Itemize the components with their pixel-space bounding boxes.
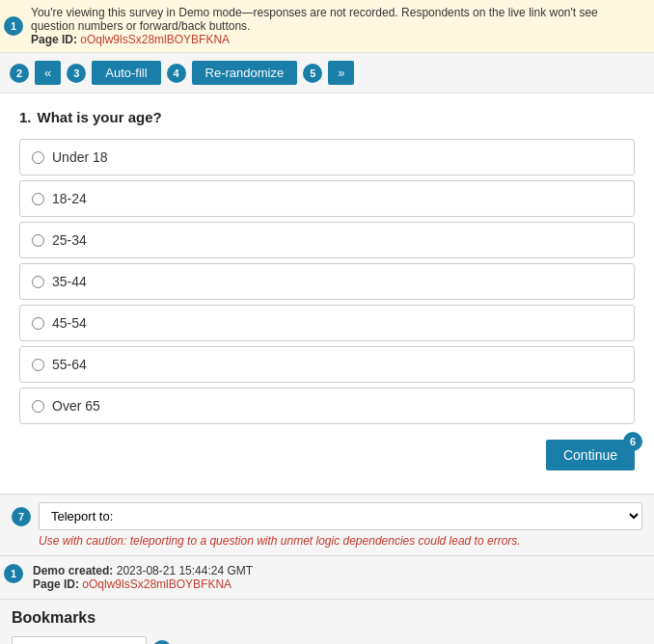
- page-id-value-top: oOqlw9lsSx28mlBOYBFKNA: [80, 33, 230, 46]
- rerandomize-button[interactable]: Re-randomize: [192, 61, 298, 85]
- badge-8: 8: [152, 640, 172, 645]
- badge-2: 2: [10, 64, 29, 83]
- demo-mode-text: You're viewing this survey in Demo mode—…: [31, 6, 598, 33]
- demo-page-id-label: Page ID:: [33, 577, 79, 591]
- radio-option[interactable]: Over 65: [19, 388, 635, 424]
- teleport-row: 7 Teleport to:: [12, 502, 642, 530]
- badge-5: 5: [303, 64, 322, 83]
- badge-1-top: 1: [4, 16, 23, 36]
- top-bar: 1 You're viewing this survey in Demo mod…: [0, 0, 654, 53]
- prev-button[interactable]: «: [35, 61, 61, 85]
- radio-option[interactable]: Under 18: [19, 139, 635, 175]
- bookmarks-section: Bookmarks 8 Create bookmark 9 Variables: [0, 599, 654, 644]
- radio-label: 25-34: [52, 232, 87, 248]
- radio-label: Over 65: [52, 398, 100, 414]
- main-content: 1. What is your age? Under 1818-2425-343…: [0, 94, 654, 494]
- autofill-button[interactable]: Auto-fill: [92, 61, 160, 85]
- teleport-section: 7 Teleport to: Use with caution: telepor…: [0, 494, 654, 555]
- radio-option[interactable]: 55-64: [19, 346, 635, 383]
- radio-label: 35-44: [52, 274, 87, 289]
- radio-input[interactable]: [32, 317, 44, 330]
- radio-label: 55-64: [52, 357, 87, 372]
- radio-input[interactable]: [32, 276, 44, 288]
- teleport-warning: Use with caution: teleporting to a quest…: [39, 534, 642, 548]
- radio-option[interactable]: 18-24: [19, 180, 635, 217]
- badge-3: 3: [67, 64, 86, 83]
- next-button[interactable]: »: [328, 61, 354, 85]
- question-number: 1.: [19, 109, 32, 125]
- demo-created-value: 2023-08-21 15:44:24 GMT: [117, 564, 253, 577]
- demo-page-id-value: oOqlw9lsSx28mlBOYBFKNA: [82, 577, 232, 591]
- radio-input[interactable]: [32, 400, 44, 413]
- continue-button[interactable]: Continue 6: [546, 440, 635, 470]
- continue-label: Continue: [563, 447, 617, 463]
- badge-4: 4: [167, 64, 186, 83]
- bookmark-name-input[interactable]: [12, 636, 147, 644]
- bookmarks-title: Bookmarks: [12, 609, 642, 627]
- radio-label: Under 18: [52, 149, 108, 165]
- radio-label: 45-54: [52, 315, 87, 331]
- radio-label: 18-24: [52, 191, 87, 206]
- radio-input[interactable]: [32, 234, 44, 247]
- badge-7: 7: [12, 507, 31, 526]
- teleport-select[interactable]: Teleport to:: [39, 502, 642, 530]
- page-id-label: Page ID:: [31, 33, 77, 46]
- question-text: What is your age?: [38, 109, 162, 125]
- demo-created-label: Demo created:: [33, 564, 113, 577]
- top-bar-message: You're viewing this survey in Demo mode—…: [31, 6, 644, 46]
- badge-1-demo: 1: [4, 564, 23, 583]
- continue-row: Continue 6: [19, 440, 635, 478]
- radio-input[interactable]: [32, 193, 44, 205]
- options-list: Under 1818-2425-3435-4445-5455-64Over 65: [19, 139, 635, 424]
- demo-info: 1 Demo created: 2023-08-21 15:44:24 GMT …: [0, 555, 654, 599]
- badge-6: 6: [623, 432, 642, 451]
- demo-info-content: Demo created: 2023-08-21 15:44:24 GMT Pa…: [33, 564, 642, 591]
- radio-option[interactable]: 35-44: [19, 263, 635, 300]
- radio-input[interactable]: [32, 151, 44, 164]
- radio-option[interactable]: 45-54: [19, 305, 635, 341]
- bookmark-input-row: 8: [12, 636, 642, 644]
- radio-input[interactable]: [32, 359, 44, 371]
- radio-option[interactable]: 25-34: [19, 222, 635, 258]
- toolbar: 2 « 3 Auto-fill 4 Re-randomize 5 »: [0, 53, 654, 94]
- question-header: 1. What is your age?: [19, 109, 635, 125]
